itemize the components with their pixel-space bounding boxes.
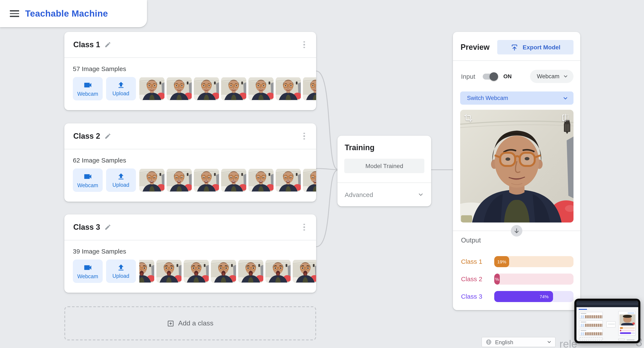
sample-thumbnail[interactable] (265, 260, 290, 283)
output-class-label: Class 2 (461, 275, 482, 283)
globe-icon (486, 339, 492, 345)
chevron-down-icon (418, 191, 424, 198)
class-menu-icon[interactable] (299, 39, 309, 50)
pip-mini-screen (576, 301, 638, 341)
input-source-dropdown[interactable]: Webcam (530, 70, 574, 83)
webcam-button[interactable]: Webcam (73, 169, 103, 192)
upload-button[interactable]: Upload (106, 260, 136, 283)
plus-box-icon (167, 320, 174, 327)
sample-thumbnails (139, 169, 316, 192)
sample-thumbnails (139, 77, 316, 100)
upload-icon (116, 263, 125, 272)
sample-thumbnail[interactable] (248, 169, 273, 192)
arrow-down-icon (514, 227, 520, 234)
language-value: English (495, 339, 513, 345)
sample-thumbnail[interactable] (194, 77, 219, 100)
sample-thumbnail[interactable] (166, 169, 192, 192)
videocam-icon (83, 263, 92, 272)
preview-title: Preview (460, 43, 490, 52)
export-model-button[interactable]: Export Model (497, 40, 574, 54)
edit-pencil-icon[interactable] (104, 133, 111, 140)
webcam-button[interactable]: Webcam (73, 77, 103, 100)
app-header: Teachable Machine (0, 0, 147, 27)
class-card-header: Class 1 (64, 32, 316, 57)
class-card-header: Class 2 (64, 123, 316, 149)
crop-icon[interactable] (464, 114, 472, 122)
advanced-expander[interactable]: Advanced (338, 183, 431, 206)
videocam-icon (83, 172, 92, 181)
sample-thumbnail[interactable] (166, 77, 192, 100)
class-name: Class 1 (73, 40, 100, 49)
sample-thumbnail[interactable] (292, 260, 316, 283)
input-toggle[interactable] (483, 73, 498, 79)
class-menu-icon[interactable] (299, 131, 309, 141)
sample-thumbnail[interactable] (139, 260, 154, 283)
sample-thumbnail[interactable] (248, 77, 273, 100)
edit-pencil-icon[interactable] (104, 224, 111, 231)
preview-panel: Preview Export Model Input ON Webcam Swi… (453, 32, 580, 310)
input-label: Input (461, 73, 475, 80)
sample-thumbnail[interactable] (194, 169, 219, 192)
model-trained-button[interactable]: Model Trained (344, 159, 424, 173)
scroll-down-button[interactable] (511, 225, 522, 236)
sample-thumbnail[interactable] (184, 260, 208, 283)
flip-camera-icon[interactable] (561, 114, 570, 122)
sample-thumbnail[interactable] (276, 169, 300, 192)
input-source-value: Webcam (537, 73, 560, 80)
confidence-bar: 74% (494, 291, 574, 302)
class-card-2: Class 2 62 Image Samples Webcam (64, 123, 316, 202)
screen-pip-thumbnail[interactable] (574, 299, 640, 343)
class-card-header: Class 3 (64, 214, 316, 240)
sample-thumbnail[interactable] (221, 169, 246, 192)
sample-thumbnail[interactable] (211, 260, 236, 283)
input-state-label: ON (504, 73, 512, 80)
sample-thumbnail[interactable] (139, 169, 164, 192)
training-title: Training (345, 143, 431, 152)
sample-thumbnail[interactable] (139, 77, 164, 100)
class-menu-icon[interactable] (299, 222, 309, 232)
switch-webcam-dropdown[interactable]: Switch Webcam (460, 91, 574, 105)
page: Teachable Machine Class 1 57 Image Sampl… (0, 0, 644, 348)
chevron-down-icon (547, 340, 552, 345)
edit-pencil-icon[interactable] (104, 41, 111, 48)
sample-thumbnail[interactable] (276, 77, 300, 100)
sample-thumbnail[interactable] (303, 169, 316, 192)
language-selector[interactable]: English (482, 337, 556, 347)
sample-count-label: 62 Image Samples (73, 157, 316, 164)
training-card: Training Model Trained Advanced (338, 136, 431, 206)
output-row: Class 1 19% (453, 256, 580, 267)
export-icon (510, 43, 518, 51)
sample-thumbnail[interactable] (221, 77, 246, 100)
switch-webcam-label: Switch Webcam (467, 95, 508, 101)
class-name: Class 3 (73, 223, 100, 232)
divider (64, 240, 316, 240)
export-label: Export Model (522, 44, 560, 51)
divider (64, 57, 316, 58)
upload-icon (116, 81, 125, 89)
add-class-button[interactable]: Add a class (64, 306, 316, 340)
advanced-label: Advanced (345, 191, 373, 198)
confidence-bar-fill: 19% (494, 256, 509, 267)
sample-thumbnail[interactable] (156, 260, 181, 283)
sample-thumbnail[interactable] (303, 77, 316, 100)
sample-count-label: 57 Image Samples (73, 65, 316, 72)
output-class-label: Class 1 (461, 258, 482, 265)
webcam-button[interactable]: Webcam (73, 260, 103, 283)
confidence-bar-fill: 74% (494, 291, 553, 302)
chevron-down-icon (562, 95, 568, 101)
chevron-down-icon (563, 74, 568, 79)
app-title[interactable]: Teachable Machine (25, 8, 108, 19)
sample-thumbnails (139, 260, 316, 283)
output-section-label: Output (461, 237, 481, 244)
class-card-3: Class 3 39 Image Samples Webcam (64, 214, 316, 293)
menu-icon[interactable] (10, 10, 19, 17)
output-row: Class 2 % (453, 274, 580, 285)
divider (453, 60, 580, 61)
upload-icon (116, 172, 125, 181)
confidence-bar: 19% (494, 256, 574, 267)
upload-button[interactable]: Upload (106, 169, 136, 192)
webcam-video-feed (460, 110, 574, 222)
sample-thumbnail[interactable] (238, 260, 263, 283)
upload-button[interactable]: Upload (106, 77, 136, 100)
add-class-label: Add a class (178, 320, 213, 327)
